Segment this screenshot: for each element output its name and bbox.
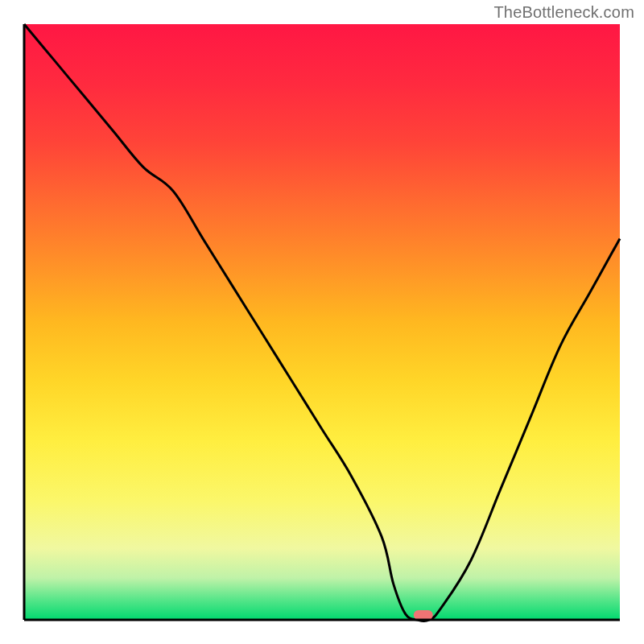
watermark-text: TheBottleneck.com [493,3,634,22]
bottleneck-chart [0,0,644,644]
optimal-marker [414,610,433,620]
chart-background [24,24,620,620]
